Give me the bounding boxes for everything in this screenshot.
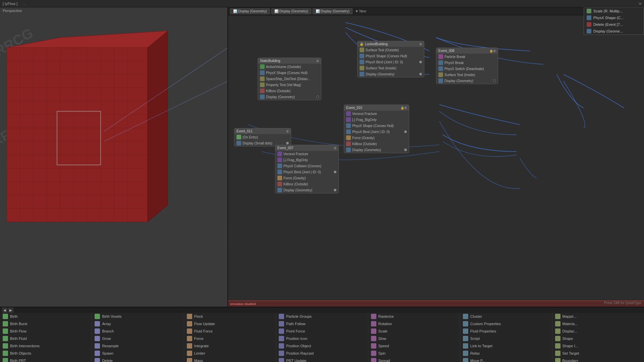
row-icon: [277, 158, 282, 162]
node-row: [-] Frag_BigOnly: [275, 157, 338, 163]
bottom-item-birth-flow[interactable]: Birth Flow: [0, 327, 92, 335]
ctx-item-display[interactable]: Display (Geome...: [584, 28, 644, 35]
bottom-item-spawn[interactable]: Spawn: [92, 350, 183, 357]
bottom-item-limiter[interactable]: Limiter: [184, 350, 276, 357]
node-row: PhysX Bind (Joint | ID: 0): [358, 59, 424, 65]
ne-display-btn-2[interactable]: 📊 Display (Geometry): [271, 8, 311, 14]
bottom-item-relax[interactable]: Relax: [460, 350, 552, 357]
node-row: PhysX Shape (Convex Hull): [344, 123, 409, 129]
bottom-item-birth-voxels[interactable]: Birth Voxels: [92, 313, 183, 320]
fluid-force-icon: [187, 328, 192, 334]
bottom-item-branch[interactable]: Branch: [92, 327, 183, 335]
ne-new-label: ▼ New: [355, 9, 366, 13]
ctx-item-delete[interactable]: Delete (Event [7...: [584, 21, 644, 28]
bottom-item-position-raycast[interactable]: Position Raycast: [276, 350, 368, 357]
bottom-item-boundary2[interactable]: Boundary: [552, 357, 644, 362]
node-event-010[interactable]: Event_010 🔒⚙ Voronoi Fracture [-] Frag_B…: [344, 105, 409, 153]
bottom-item-integrate[interactable]: Integrate: [184, 342, 276, 350]
bottom-item-displac[interactable]: Displac...: [552, 327, 644, 335]
row-icon: [277, 182, 282, 186]
node-editor[interactable]: 📊 Display (Geometry) 📊 Display (Geometry…: [228, 7, 644, 307]
bottom-item-link-to-target[interactable]: Link to Target: [460, 342, 552, 350]
bottom-item-shape-i[interactable]: Shape I...: [552, 342, 644, 350]
ne-display-btn-3[interactable]: 📊 Display (Geometry): [313, 8, 353, 14]
bottom-col-properties: Cluster Custom Properties Fluid Properti…: [460, 313, 552, 362]
ctx-item-scale[interactable]: Scale (R. Multip...: [584, 8, 644, 14]
node-header-event-007: Event_007 ⚙: [275, 145, 338, 151]
bottom-item-scale[interactable]: Scale: [368, 327, 460, 335]
bottom-item-mappir[interactable]: Mappir...: [552, 313, 644, 320]
bottom-item-cluster[interactable]: Cluster: [460, 313, 552, 320]
bottom-item-materia[interactable]: Materia...: [552, 320, 644, 327]
bottom-item-spin[interactable]: Spin: [368, 350, 460, 357]
array-icon: [95, 321, 100, 326]
particle-groups-icon: [279, 314, 284, 319]
row-icon: [346, 129, 351, 134]
bottom-item-path-follow[interactable]: Path Follow: [276, 320, 368, 327]
bottom-item-force[interactable]: Force: [184, 335, 276, 342]
bottom-item-birth-intersections[interactable]: Birth Intersections: [0, 342, 92, 350]
node-header-event-010: Event_010 🔒⚙: [344, 105, 409, 111]
resample-icon: [95, 343, 100, 349]
node-row: Display (Geometry): [275, 187, 338, 193]
node-event-011[interactable]: Event_011 ⚙ (On Entry) Display (Small do…: [234, 128, 291, 146]
bottom-panel: ◀ ▶ Birth Birth Burst Birth Flow: [0, 307, 644, 362]
bottom-item-speed[interactable]: Speed: [368, 342, 460, 350]
bottom-item-birth-fluid[interactable]: Birth Fluid: [0, 335, 92, 342]
bottom-item-mass[interactable]: Mass: [184, 357, 276, 362]
bottom-item-flock[interactable]: Flock: [184, 313, 276, 320]
bottom-item-rotation[interactable]: Rotation: [368, 320, 460, 327]
bottom-item-fluid-force[interactable]: Fluid Force: [184, 327, 276, 335]
bottom-item-grow[interactable]: Grow: [92, 335, 183, 342]
bottom-item-rasterize[interactable]: Rasterize: [368, 313, 460, 320]
node-locked-building[interactable]: 🔒 LockedBuilding ⚙ Surface Test (Outside…: [357, 41, 424, 77]
row-icon: [260, 82, 265, 87]
bottom-item-flow-update[interactable]: Flow Update: [184, 320, 276, 327]
bottom-item-set-target[interactable]: Set Target: [552, 350, 644, 357]
connector: [419, 61, 422, 63]
bottom-item-particle-groups[interactable]: Particle Groups: [276, 313, 368, 320]
app-title: [ tyFlow ]: [3, 2, 17, 6]
bottom-item-script[interactable]: Script: [460, 335, 552, 342]
bottom-item-spread[interactable]: Spread: [368, 357, 460, 362]
row-icon: [360, 66, 364, 70]
bottom-item-position-icon[interactable]: Position Icon: [276, 335, 368, 342]
bottom-item-fluid-properties[interactable]: Fluid Properties: [460, 327, 552, 335]
bottom-item-shape[interactable]: Shape: [552, 335, 644, 342]
node-event-008[interactable]: Event_008 🔒⚙ Particle Break PhysX Break …: [436, 48, 498, 84]
bottom-item-move-p[interactable]: Move P...: [460, 357, 552, 362]
node-header-event-008: Event_008 🔒⚙: [436, 48, 498, 54]
script-icon: [463, 336, 468, 341]
bottom-item-birth-burst[interactable]: Birth Burst: [0, 320, 92, 327]
bottom-item-array[interactable]: Array: [92, 320, 183, 327]
bottom-item-custom-properties[interactable]: Custom Properties: [460, 320, 552, 327]
node-event-007[interactable]: Event_007 ⚙ Voronoi Fracture [-] Frag_Bi…: [275, 145, 339, 193]
move-p-icon: [463, 358, 468, 362]
top-right-info: w: [639, 2, 641, 5]
viewport[interactable]: RRCG 人人素材 RRCG 人人素材 RRCG Perspective: [0, 7, 228, 307]
bottom-item-slow[interactable]: Slow: [368, 335, 460, 342]
bottom-item-position-object[interactable]: Position Object: [276, 342, 368, 350]
bottom-item-prt-update[interactable]: PRT Update: [276, 357, 368, 362]
node-row: Display (Geometry): [344, 147, 409, 153]
node-row: Surface Test (Outside): [358, 47, 424, 53]
ctx-item-physx[interactable]: PhysX Shape (C...: [584, 14, 644, 21]
row-icon: [236, 135, 241, 139]
bottom-item-resample[interactable]: Resample: [92, 342, 183, 350]
node-static-building[interactable]: StaticBuilding ⚙ ActiveVolume (Outside) …: [258, 58, 321, 100]
scale-icon: [371, 328, 376, 334]
connector: [334, 171, 336, 173]
scroll-left-btn[interactable]: ◀: [2, 307, 7, 313]
node-header-event-011: Event_011 ⚙: [234, 128, 291, 134]
scroll-right-btn[interactable]: ▶: [8, 307, 13, 313]
svg-marker-25: [148, 31, 168, 222]
bottom-item-birth-prt[interactable]: Birth PRT: [0, 357, 92, 362]
bottom-item-delete[interactable]: Delete: [92, 357, 183, 362]
bottom-item-birth[interactable]: Birth: [0, 313, 92, 320]
bottom-item-birth-objects[interactable]: Birth Objects: [0, 350, 92, 357]
context-menu[interactable]: Scale (R. Multip... PhysX Shape (C... De…: [584, 7, 644, 35]
ne-display-btn-1[interactable]: 📊 Display (Geometry): [230, 8, 270, 14]
bottom-item-point-force[interactable]: Point Force: [276, 327, 368, 335]
top-bar: [ tyFlow ] ... w: [0, 0, 644, 7]
path-follow-icon: [279, 321, 284, 326]
